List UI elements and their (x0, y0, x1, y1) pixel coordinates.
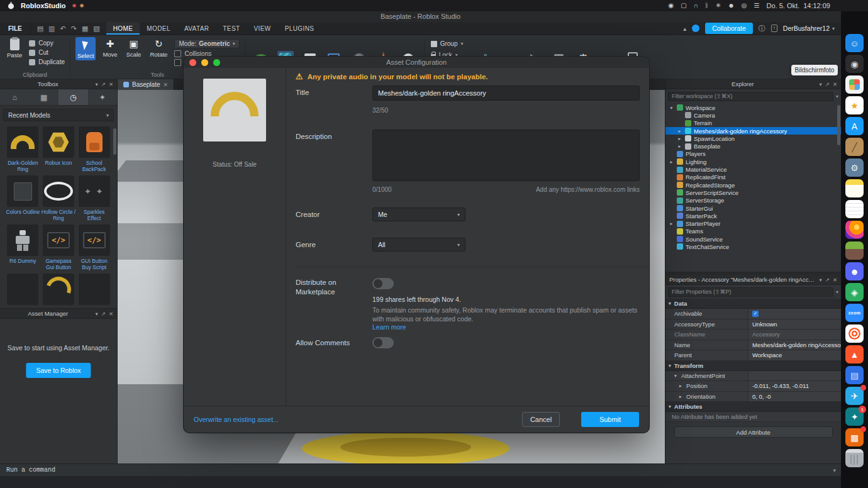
property-value[interactable]: Meshes/dark-golden ringAccessory (748, 340, 841, 350)
scale-tool-button[interactable]: ▣ Scale (125, 37, 143, 59)
undo-icon[interactable]: ↶ (60, 25, 65, 32)
info-icon[interactable]: ⓘ (759, 24, 765, 33)
tab-plugins[interactable]: PLUGINS (278, 22, 321, 35)
dock-comm-app[interactable]: ✦1 (845, 408, 864, 426)
paste-button[interactable]: Paste (5, 37, 24, 60)
panel-close-icon[interactable]: ✕ (833, 277, 837, 283)
explorer-item-starterplayer[interactable]: ▸StarterPlayer (665, 219, 841, 227)
tab-file[interactable]: FILE (0, 22, 30, 35)
explorer-item-startergui[interactable]: StarterGui (665, 204, 841, 212)
menubar-app-name[interactable]: RobloxStudio (21, 2, 66, 9)
command-bar-chevron-icon[interactable]: ▾ (833, 467, 836, 474)
dock-utilities[interactable]: ⚙ (845, 158, 864, 177)
explorer-item-materialservice[interactable]: MaterialService (665, 165, 841, 173)
golden-ring-model[interactable] (302, 431, 509, 463)
dock-green-app[interactable]: ◈ (845, 283, 864, 301)
allow-comments-toggle[interactable] (372, 337, 394, 348)
share-icon[interactable]: ↑ (771, 25, 777, 32)
tab-avatar[interactable]: AVATAR (177, 22, 216, 35)
genre-select[interactable]: All ▾ (372, 238, 465, 252)
expand-arrow-icon[interactable]: ▸ (677, 136, 682, 141)
description-input[interactable] (372, 130, 640, 181)
panel-close-icon[interactable]: ✕ (833, 81, 837, 87)
collapse-ribbon-icon[interactable]: ▴ (683, 25, 686, 32)
explorer-item-baseplate[interactable]: ▸Baseplate (665, 142, 841, 150)
dock-textedit[interactable] (845, 200, 864, 218)
mode-dropdown[interactable]: Mode: Geometric ▾ (174, 39, 239, 48)
save-icon[interactable]: ▤ (37, 25, 43, 32)
toolbox-item-robux-icon[interactable]: Robux Icon (41, 126, 77, 173)
dock-safari-target[interactable] (845, 324, 864, 343)
save-to-roblox-button[interactable]: Save to Roblox (26, 363, 91, 378)
explorer-item-serverscriptservice[interactable]: ServerScriptService (665, 189, 841, 196)
apple-menu-icon[interactable] (8, 1, 14, 11)
creator-select[interactable]: Me ▾ (372, 208, 465, 221)
redo-icon[interactable]: ↷ (71, 25, 77, 32)
toolbox-item-school-backpack[interactable]: School BackPack (76, 126, 112, 173)
publish-icon[interactable]: ▥ (48, 25, 55, 32)
user-menu[interactable]: DerBusfahrer12 ▾ (783, 25, 835, 32)
explorer-item-spawnlocation[interactable]: ▸SpawnLocation (665, 135, 841, 142)
panel-float-icon[interactable]: ↗ (101, 311, 106, 317)
tab-test[interactable]: TEST (216, 22, 247, 35)
filter-options-icon[interactable]: ▾ (836, 289, 838, 295)
property-value[interactable]: ✓ (748, 309, 841, 319)
toolbox-item-gui-button-buy-script[interactable]: </>GUI Button Buy Script (76, 225, 112, 271)
tab-view[interactable]: VIEW (247, 22, 278, 35)
expand-arrow-icon[interactable]: ▸ (677, 143, 682, 149)
record-video-icon[interactable]: ▧ (93, 25, 99, 32)
property-value[interactable]: Workspace (748, 350, 841, 360)
dock-launchpad[interactable] (845, 75, 864, 94)
explorer-item-serverstorage[interactable]: ServerStorage (665, 197, 841, 204)
close-tab-icon[interactable]: ✕ (163, 82, 168, 88)
expand-arrow-icon[interactable]: ▾ (674, 373, 679, 379)
dock-brave[interactable]: ▲ (845, 345, 864, 363)
properties-filter-input[interactable] (668, 287, 833, 297)
dialog-titlebar[interactable]: Asset Configuration (184, 57, 649, 68)
dock-telegram[interactable]: ✈ (845, 387, 864, 405)
dock-files[interactable]: ▤ (845, 366, 864, 384)
dock-firefox[interactable] (845, 221, 864, 239)
dock-grid-app[interactable]: ▦ (845, 428, 864, 446)
viewport-tab-baseplate[interactable]: Baseplate ✕ (118, 79, 174, 90)
screenshot-icon[interactable]: ▦ (82, 25, 88, 32)
submit-button[interactable]: Submit (581, 412, 639, 427)
toolbox-item-r6-dummy[interactable]: R6 Dummy (5, 225, 41, 271)
overwrite-asset-link[interactable]: Overwrite an existing asset... (194, 416, 279, 423)
user-icon[interactable]: ☻ (728, 3, 735, 9)
panel-menu-icon[interactable]: ▾ (95, 311, 97, 317)
explorer-item-replicatedfirst[interactable]: ReplicatedFirst (665, 174, 841, 181)
dock-zoom[interactable]: zoom (845, 304, 864, 322)
expand-arrow-icon[interactable]: ▸ (677, 128, 682, 134)
toolbox-item-sparkles-effect[interactable]: ✦ ✦Sparkles Effect (76, 175, 112, 222)
explorer-scrollbar[interactable] (837, 105, 840, 145)
expand-arrow-icon[interactable]: ▸ (669, 221, 674, 226)
toolbox-category-dropdown[interactable]: Recent Models ▾ (3, 109, 114, 121)
explorer-item-replicatedstorage[interactable]: ReplicatedStorage (665, 181, 841, 189)
display-icon[interactable]: ▢ (681, 3, 686, 9)
search-icon[interactable]: ◎ (742, 3, 747, 9)
panel-splitter[interactable] (665, 272, 841, 275)
expand-arrow-icon[interactable]: ▾ (669, 105, 674, 111)
distribute-toggle[interactable] (372, 278, 394, 289)
explorer-item-starterpack[interactable]: StarterPack (665, 212, 841, 219)
property-value[interactable]: Unknown (748, 319, 841, 330)
bluetooth-icon[interactable]: ᛒ (705, 3, 709, 9)
creations-tab[interactable]: ✦ (88, 89, 118, 105)
cancel-button[interactable]: Cancel (522, 412, 560, 427)
dock-finder[interactable]: ☺ (845, 34, 864, 52)
recent-tab[interactable]: ◷ (58, 89, 88, 105)
marketplace-tab[interactable]: ⌂ (0, 89, 30, 105)
group-dropdown[interactable]: Group ▾ (431, 40, 464, 47)
move-tool-button[interactable]: ✚ Move (101, 37, 119, 59)
title-input[interactable] (372, 86, 640, 101)
panel-menu-icon[interactable]: ▾ (819, 81, 821, 87)
keyboard-brightness-icon[interactable]: ✳ (716, 3, 721, 9)
inventory-tab[interactable]: ▦ (30, 89, 59, 105)
explorer-item-camera[interactable]: Camera (665, 111, 841, 119)
expand-arrow-icon[interactable]: ▸ (679, 394, 684, 399)
toolbox-item-hollow-circle-ring[interactable]: Hollow Circle / Ring (41, 175, 77, 222)
connect-icon[interactable] (692, 25, 699, 32)
dock-app-store[interactable]: A (845, 117, 864, 135)
toolbox-item-dark-golden-ring[interactable]: Dark-Golden Ring (5, 126, 41, 173)
